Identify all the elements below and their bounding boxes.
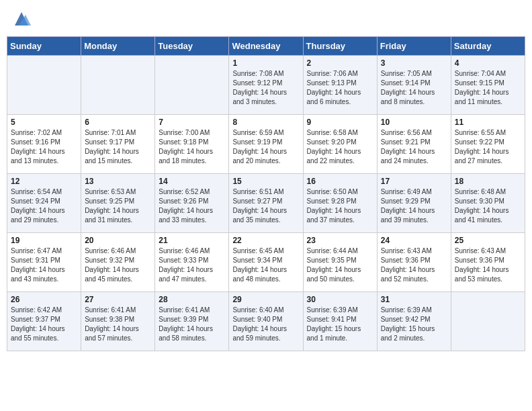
calendar-cell: 24Sunrise: 6:43 AM Sunset: 9:36 PM Dayli… (377, 233, 451, 292)
day-number: 11 (455, 118, 521, 127)
day-number: 1 (232, 58, 299, 68)
cell-info: Sunrise: 7:04 AM Sunset: 9:15 PM Dayligh… (455, 69, 521, 107)
day-number: 9 (307, 118, 373, 127)
cell-info: Sunrise: 6:39 AM Sunset: 9:42 PM Dayligh… (381, 306, 447, 343)
calendar-cell: 8Sunrise: 6:59 AM Sunset: 9:19 PM Daylig… (229, 115, 303, 174)
calendar-cell: 3Sunrise: 7:05 AM Sunset: 9:14 PM Daylig… (377, 56, 451, 115)
day-number: 17 (381, 177, 447, 186)
cell-info: Sunrise: 6:54 AM Sunset: 9:24 PM Dayligh… (11, 187, 77, 225)
calendar-cell (155, 56, 229, 115)
cell-info: Sunrise: 6:41 AM Sunset: 9:38 PM Dayligh… (85, 306, 151, 343)
calendar-cell: 6Sunrise: 7:01 AM Sunset: 9:17 PM Daylig… (81, 115, 155, 174)
header-wednesday: Wednesday (229, 37, 303, 56)
calendar-cell: 26Sunrise: 6:42 AM Sunset: 9:37 PM Dayli… (7, 292, 81, 351)
day-number: 10 (381, 118, 447, 127)
calendar-cell: 21Sunrise: 6:46 AM Sunset: 9:33 PM Dayli… (155, 233, 229, 292)
day-number: 28 (159, 295, 225, 304)
cell-info: Sunrise: 6:53 AM Sunset: 9:25 PM Dayligh… (85, 187, 151, 225)
calendar-cell (81, 56, 155, 115)
cell-info: Sunrise: 6:55 AM Sunset: 9:22 PM Dayligh… (455, 128, 521, 166)
cell-info: Sunrise: 6:46 AM Sunset: 9:32 PM Dayligh… (85, 246, 151, 284)
calendar-cell (451, 292, 525, 351)
calendar-cell: 29Sunrise: 6:40 AM Sunset: 9:40 PM Dayli… (229, 292, 303, 351)
day-number: 5 (11, 118, 77, 127)
cell-info: Sunrise: 6:40 AM Sunset: 9:40 PM Dayligh… (232, 306, 299, 343)
cell-info: Sunrise: 6:41 AM Sunset: 9:39 PM Dayligh… (159, 306, 225, 343)
day-number: 2 (307, 58, 373, 68)
calendar-cell: 7Sunrise: 7:00 AM Sunset: 9:18 PM Daylig… (155, 115, 229, 174)
logo-icon (12, 9, 31, 28)
calendar-cell: 30Sunrise: 6:39 AM Sunset: 9:41 PM Dayli… (303, 292, 377, 351)
day-number: 23 (307, 236, 373, 245)
week-row-3: 19Sunrise: 6:47 AM Sunset: 9:31 PM Dayli… (7, 233, 525, 292)
header-tuesday: Tuesday (155, 37, 229, 56)
cell-info: Sunrise: 6:39 AM Sunset: 9:41 PM Dayligh… (307, 306, 373, 343)
calendar-cell: 9Sunrise: 6:58 AM Sunset: 9:20 PM Daylig… (303, 115, 377, 174)
cell-info: Sunrise: 6:49 AM Sunset: 9:29 PM Dayligh… (381, 187, 447, 225)
day-number: 14 (159, 177, 225, 186)
calendar-cell: 22Sunrise: 6:45 AM Sunset: 9:34 PM Dayli… (229, 233, 303, 292)
calendar-cell: 20Sunrise: 6:46 AM Sunset: 9:32 PM Dayli… (81, 233, 155, 292)
calendar-cell: 14Sunrise: 6:52 AM Sunset: 9:26 PM Dayli… (155, 174, 229, 233)
day-number: 29 (232, 295, 299, 304)
cell-info: Sunrise: 6:45 AM Sunset: 9:34 PM Dayligh… (232, 246, 299, 284)
cell-info: Sunrise: 6:43 AM Sunset: 9:36 PM Dayligh… (455, 246, 521, 284)
week-row-2: 12Sunrise: 6:54 AM Sunset: 9:24 PM Dayli… (7, 174, 525, 233)
calendar-cell: 19Sunrise: 6:47 AM Sunset: 9:31 PM Dayli… (7, 233, 81, 292)
day-number: 15 (232, 177, 299, 186)
day-number: 3 (381, 58, 447, 68)
day-number: 16 (307, 177, 373, 186)
calendar-cell: 23Sunrise: 6:44 AM Sunset: 9:35 PM Dayli… (303, 233, 377, 292)
cell-info: Sunrise: 7:05 AM Sunset: 9:14 PM Dayligh… (381, 69, 447, 107)
day-number: 22 (232, 236, 299, 245)
calendar-cell: 10Sunrise: 6:56 AM Sunset: 9:21 PM Dayli… (377, 115, 451, 174)
calendar-cell: 12Sunrise: 6:54 AM Sunset: 9:24 PM Dayli… (7, 174, 81, 233)
calendar-cell: 31Sunrise: 6:39 AM Sunset: 9:42 PM Dayli… (377, 292, 451, 351)
day-number: 20 (85, 236, 151, 245)
day-number: 30 (307, 295, 373, 304)
week-row-4: 26Sunrise: 6:42 AM Sunset: 9:37 PM Dayli… (7, 292, 525, 351)
header-thursday: Thursday (303, 37, 377, 56)
cell-info: Sunrise: 7:06 AM Sunset: 9:13 PM Dayligh… (307, 69, 373, 107)
calendar-cell: 13Sunrise: 6:53 AM Sunset: 9:25 PM Dayli… (81, 174, 155, 233)
calendar-cell: 2Sunrise: 7:06 AM Sunset: 9:13 PM Daylig… (303, 56, 377, 115)
day-number: 25 (455, 236, 521, 245)
cell-info: Sunrise: 6:58 AM Sunset: 9:20 PM Dayligh… (307, 128, 373, 166)
header-friday: Friday (377, 37, 451, 56)
day-number: 13 (85, 177, 151, 186)
day-number: 21 (159, 236, 225, 245)
day-number: 12 (11, 177, 77, 186)
header-saturday: Saturday (451, 37, 525, 56)
header-monday: Monday (81, 37, 155, 56)
calendar-header-row: SundayMondayTuesdayWednesdayThursdayFrid… (7, 37, 525, 56)
cell-info: Sunrise: 7:00 AM Sunset: 9:18 PM Dayligh… (159, 128, 225, 166)
calendar-cell: 25Sunrise: 6:43 AM Sunset: 9:36 PM Dayli… (451, 233, 525, 292)
cell-info: Sunrise: 6:44 AM Sunset: 9:35 PM Dayligh… (307, 246, 373, 284)
cell-info: Sunrise: 6:59 AM Sunset: 9:19 PM Dayligh… (232, 128, 299, 166)
calendar-cell: 18Sunrise: 6:48 AM Sunset: 9:30 PM Dayli… (451, 174, 525, 233)
day-number: 19 (11, 236, 77, 245)
day-number: 26 (11, 295, 77, 304)
day-number: 24 (381, 236, 447, 245)
day-number: 7 (159, 118, 225, 127)
week-row-1: 5Sunrise: 7:02 AM Sunset: 9:16 PM Daylig… (7, 115, 525, 174)
cell-info: Sunrise: 7:02 AM Sunset: 9:16 PM Dayligh… (11, 128, 77, 166)
cell-info: Sunrise: 6:46 AM Sunset: 9:33 PM Dayligh… (159, 246, 225, 284)
cell-info: Sunrise: 6:50 AM Sunset: 9:28 PM Dayligh… (307, 187, 373, 225)
header-sunday: Sunday (7, 37, 81, 56)
cell-info: Sunrise: 6:56 AM Sunset: 9:21 PM Dayligh… (381, 128, 447, 166)
week-row-0: 1Sunrise: 7:08 AM Sunset: 9:12 PM Daylig… (7, 56, 525, 115)
cell-info: Sunrise: 7:01 AM Sunset: 9:17 PM Dayligh… (85, 128, 151, 166)
calendar-cell: 11Sunrise: 6:55 AM Sunset: 9:22 PM Dayli… (451, 115, 525, 174)
day-number: 18 (455, 177, 521, 186)
cell-info: Sunrise: 6:43 AM Sunset: 9:36 PM Dayligh… (381, 246, 447, 284)
calendar-table: SundayMondayTuesdayWednesdayThursdayFrid… (7, 36, 525, 351)
calendar-cell: 1Sunrise: 7:08 AM Sunset: 9:12 PM Daylig… (229, 56, 303, 115)
calendar-cell: 5Sunrise: 7:02 AM Sunset: 9:16 PM Daylig… (7, 115, 81, 174)
cell-info: Sunrise: 6:42 AM Sunset: 9:37 PM Dayligh… (11, 306, 77, 343)
cell-info: Sunrise: 6:51 AM Sunset: 9:27 PM Dayligh… (232, 187, 299, 225)
page-header (7, 7, 525, 31)
cell-info: Sunrise: 6:47 AM Sunset: 9:31 PM Dayligh… (11, 246, 77, 284)
cell-info: Sunrise: 7:08 AM Sunset: 9:12 PM Dayligh… (232, 69, 299, 107)
calendar-cell: 16Sunrise: 6:50 AM Sunset: 9:28 PM Dayli… (303, 174, 377, 233)
